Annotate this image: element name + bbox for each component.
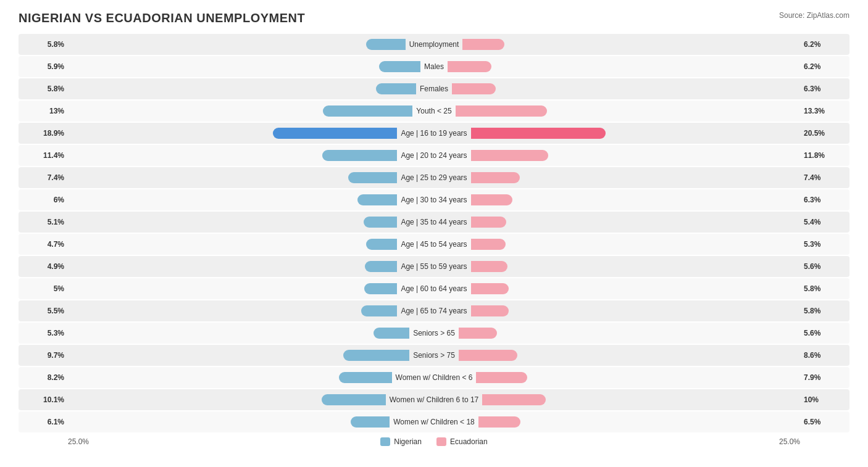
- bar-center: Youth < 25: [68, 102, 800, 120]
- right-value: 7.4%: [800, 173, 849, 182]
- bar-pink: [448, 61, 491, 72]
- bar-left-side: [68, 36, 406, 53]
- left-value: 7.4%: [19, 173, 68, 182]
- bar-pink: [471, 239, 506, 250]
- bar-left-side: [68, 147, 397, 164]
- right-value: 6.3%: [800, 85, 849, 93]
- bar-right-side: [462, 36, 800, 53]
- bar-label: Age | 45 to 54 years: [401, 240, 467, 249]
- right-value: 5.8%: [800, 284, 849, 293]
- bar-row: 5.9% Males 6.2%: [19, 56, 849, 77]
- bar-right-side: [459, 347, 800, 364]
- bar-pink: [459, 328, 497, 339]
- left-value: 4.9%: [19, 262, 68, 271]
- left-value: 18.9%: [19, 129, 68, 138]
- bar-blue: [322, 394, 386, 405]
- bar-left-side: [68, 324, 409, 342]
- bar-label: Age | 30 to 34 years: [401, 196, 467, 204]
- bar-pink: [476, 372, 527, 383]
- bar-label: Age | 65 to 74 years: [401, 307, 467, 315]
- bar-center: Seniors > 65: [68, 324, 800, 342]
- bar-right-side: [452, 80, 800, 97]
- bar-blue: [379, 61, 420, 72]
- legend: Nigerian Ecuadorian: [380, 437, 487, 446]
- bar-blue: [364, 283, 397, 294]
- left-value: 6%: [19, 196, 68, 204]
- bar-right-side: [471, 280, 800, 297]
- bar-left-side: [68, 102, 412, 120]
- legend-item-nigerian: Nigerian: [380, 437, 422, 446]
- bar-center: Age | 30 to 34 years: [68, 191, 800, 209]
- bar-right-side: [471, 302, 800, 320]
- bar-blue: [348, 172, 397, 183]
- bar-left-side: [68, 347, 409, 364]
- bar-blue: [365, 261, 397, 272]
- bar-blue: [357, 194, 397, 205]
- bar-pink: [471, 305, 509, 316]
- bar-left-side: [68, 258, 397, 275]
- bar-center: Unemployment: [68, 36, 800, 53]
- left-value: 5.3%: [19, 329, 68, 337]
- bar-left-side: [68, 191, 397, 209]
- bar-row: 5% Age | 60 to 64 years 5.8%: [19, 278, 849, 299]
- bar-center: Age | 35 to 44 years: [68, 213, 800, 231]
- right-value: 5.4%: [800, 218, 849, 226]
- bar-row: 10.1% Women w/ Children 6 to 17 10%: [19, 389, 849, 410]
- bar-left-side: [68, 80, 416, 97]
- bar-blue: [373, 328, 410, 339]
- bar-center: Age | 65 to 74 years: [68, 302, 800, 320]
- bar-label: Women w/ Children < 6: [396, 373, 473, 382]
- legend-label-nigerian: Nigerian: [394, 437, 422, 446]
- bar-left-side: [68, 213, 397, 231]
- chart-source: Source: ZipAtlas.com: [779, 11, 849, 20]
- bar-blue: [376, 83, 416, 94]
- bar-pink: [471, 172, 520, 183]
- bar-row: 8.2% Women w/ Children < 6 7.9%: [19, 367, 849, 388]
- bar-right-side: [471, 125, 800, 142]
- bar-label: Age | 16 to 19 years: [401, 129, 467, 138]
- bar-center: Age | 16 to 19 years: [68, 125, 800, 142]
- left-value: 5%: [19, 284, 68, 293]
- bar-pink: [478, 416, 520, 428]
- chart-area: 5.8% Unemployment 6.2% 5.9% Males: [19, 34, 849, 432]
- bar-label: Age | 60 to 64 years: [401, 284, 467, 293]
- bar-pink: [471, 194, 512, 205]
- left-value: 5.1%: [19, 218, 68, 226]
- right-value: 13.3%: [800, 107, 849, 115]
- legend-box-nigerian: [380, 437, 390, 446]
- bar-label: Age | 20 to 24 years: [401, 151, 467, 160]
- right-value: 5.8%: [800, 307, 849, 315]
- bar-left-side: [68, 391, 386, 408]
- right-value: 6.2%: [800, 62, 849, 71]
- bar-label: Females: [420, 85, 448, 93]
- bar-row: 5.8% Females 6.3%: [19, 78, 849, 99]
- chart-container: NIGERIAN VS ECUADORIAN UNEMPLOYMENT Sour…: [0, 0, 868, 465]
- bar-pink: [482, 394, 546, 405]
- bar-blue: [323, 105, 412, 117]
- bar-right-side: [482, 391, 800, 408]
- legend-label-ecuadorian: Ecuadorian: [450, 437, 488, 446]
- bar-label: Seniors > 65: [413, 329, 455, 337]
- bar-blue: [351, 416, 390, 428]
- bar-pink: [471, 150, 549, 161]
- bar-right-side: [471, 147, 800, 164]
- bar-pink: [471, 128, 606, 139]
- bar-center: Females: [68, 80, 800, 97]
- bar-right-side: [471, 258, 800, 275]
- bar-center: Age | 20 to 24 years: [68, 147, 800, 164]
- bar-center: Women w/ Children < 6: [68, 369, 800, 386]
- bar-row: 6% Age | 30 to 34 years 6.3%: [19, 189, 849, 210]
- bar-row: 4.7% Age | 45 to 54 years 5.3%: [19, 234, 849, 255]
- bar-center: Women w/ Children 6 to 17: [68, 391, 800, 408]
- bar-center: Age | 60 to 64 years: [68, 280, 800, 297]
- bar-label: Women w/ Children 6 to 17: [390, 395, 479, 404]
- bar-label: Age | 25 to 29 years: [401, 173, 467, 182]
- bar-blue: [322, 150, 398, 161]
- bar-row: 7.4% Age | 25 to 29 years 7.4%: [19, 167, 849, 188]
- left-value: 5.9%: [19, 62, 68, 71]
- right-value: 5.6%: [800, 329, 849, 337]
- bar-blue: [364, 217, 397, 228]
- bar-pink: [459, 350, 517, 361]
- left-value: 11.4%: [19, 151, 68, 160]
- chart-title: NIGERIAN VS ECUADORIAN UNEMPLOYMENT: [19, 11, 305, 25]
